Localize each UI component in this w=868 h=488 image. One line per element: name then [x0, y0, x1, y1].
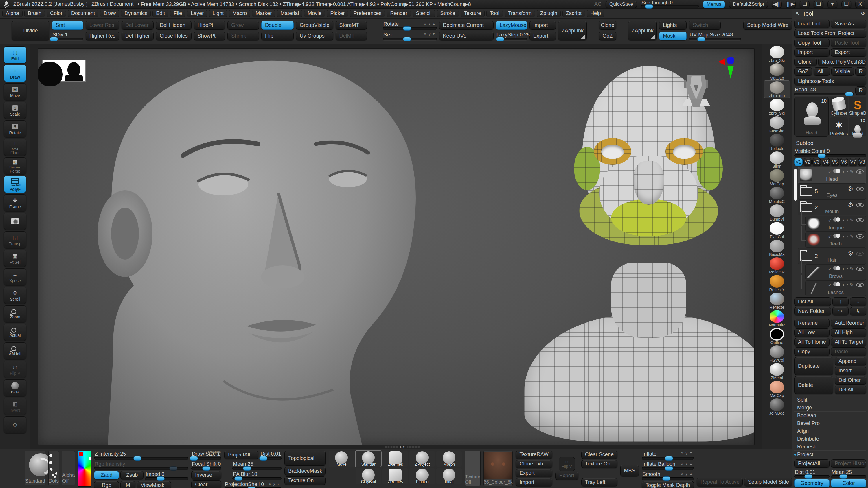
groupvisible-button[interactable]: GroupVisible	[296, 21, 333, 30]
zadd-button[interactable]: Zadd	[94, 471, 119, 479]
menu-item[interactable]: Brush	[24, 10, 45, 18]
subtool-subsection-header[interactable]: Boolean	[794, 412, 866, 419]
material-swatch[interactable]: HSVCol	[764, 345, 790, 362]
menu-item[interactable]: Document	[68, 10, 98, 18]
mask-button[interactable]: Mask	[659, 32, 687, 40]
keep-uvs-button[interactable]: Keep UVs	[439, 32, 494, 40]
clone-tool-button[interactable]: Clone	[794, 58, 817, 66]
z-intensity-slider[interactable]: Z Intensity 25	[94, 451, 188, 460]
mbs-button[interactable]: MBS	[620, 465, 639, 477]
lazystep-slider[interactable]: LazyStep 0.25	[496, 32, 527, 40]
import-texture-button[interactable]: Import	[516, 478, 552, 486]
subtool-row[interactable]: ↙ ◑ ◔ ✎ ⚙ Brows	[805, 264, 866, 280]
visibility-set-tab[interactable]: V6	[840, 158, 848, 166]
close-button[interactable]: X	[855, 1, 865, 8]
rotate-slider[interactable]: x y zRotate	[383, 21, 437, 30]
menu-item[interactable]: Stroke	[437, 10, 459, 18]
sculpt-viewport[interactable]	[38, 48, 754, 445]
left-shelf-button[interactable]: ↔ Xpose	[4, 268, 26, 285]
grow-button[interactable]: Grow	[227, 21, 259, 30]
showpt-button[interactable]: ShowPt	[194, 32, 225, 40]
minimize-button[interactable]: ▼	[828, 1, 837, 8]
project-color-button[interactable]: Color	[831, 479, 866, 487]
material-swatch[interactable]: ReflectR	[764, 257, 790, 274]
visibility-eye-icon[interactable]	[856, 266, 864, 271]
material-swatch[interactable]: MatCap	[764, 168, 790, 186]
menu-item[interactable]: Tool	[486, 10, 503, 18]
rgb-button[interactable]: Rgb	[94, 481, 119, 488]
default-zscript-button[interactable]: DefaultZScript	[729, 1, 768, 8]
left-shelf-button[interactable]: ▨ Dynamic Persp	[4, 157, 26, 174]
subtool-subsection-header[interactable]: Bevel Pro	[794, 419, 866, 427]
move-up-button[interactable]: ↑	[832, 297, 848, 306]
subtool-scrollbar[interactable]	[794, 169, 797, 201]
subtool-row[interactable]: ↙ ◑ ◔ ✎ ⚙ Head	[798, 167, 866, 183]
material-swatch[interactable]: Reflecte	[764, 133, 790, 151]
sdiv-slider[interactable]: SDiv 1	[52, 32, 83, 40]
subtool-section-header[interactable]: Subtool	[794, 139, 866, 147]
topological-button[interactable]: Topological	[284, 451, 326, 466]
visible-count-slider[interactable]: Visible Count 9	[794, 148, 866, 157]
copy-tool-button[interactable]: Copy Tool	[794, 39, 830, 47]
m-button[interactable]: M	[120, 481, 135, 488]
backfacemask-button[interactable]: BackfaceMask	[284, 467, 326, 475]
dist-slider[interactable]: Dist 0.01	[794, 469, 830, 478]
left-shelf-button[interactable]: ↓ x y z Floor	[4, 139, 26, 156]
material-swatch[interactable]: MatCap	[764, 380, 790, 398]
left-shelf-button[interactable]: Actual	[4, 324, 26, 341]
visibility-set-tab[interactable]: V2	[804, 158, 812, 166]
clone-button[interactable]: Clone	[599, 21, 616, 30]
projectall-shelf-button[interactable]: ProjectAll	[224, 451, 258, 459]
menu-item[interactable]: Render	[386, 10, 410, 18]
reference-image-panel[interactable]	[42, 60, 86, 82]
subtool-row[interactable]: 2 ↙ ◑ ◔ ✎ ⚙ Mouth	[798, 199, 866, 216]
higher-res-button[interactable]: Higher Res	[86, 32, 119, 40]
visibility-eye-icon[interactable]	[856, 203, 864, 207]
import-tool-button[interactable]: Import	[794, 48, 830, 57]
subtool-subsection-header[interactable]: Merge	[794, 403, 866, 412]
left-shelf-button[interactable]: ◇	[4, 416, 26, 433]
menu-item[interactable]: Macro	[229, 10, 250, 18]
zsub-button[interactable]: Zsub	[120, 471, 144, 479]
goz-button[interactable]: GoZ	[599, 32, 616, 40]
subtool-subsection-header[interactable]: Project	[794, 450, 866, 458]
subtool-row[interactable]: 2 ↙ ◑ ◔ ✎ ⚙ Hair	[798, 248, 866, 264]
material-swatch[interactable]: MetalicC	[764, 186, 790, 204]
next-doc-button[interactable]: ❏	[814, 1, 824, 8]
load-tool-button[interactable]: Load Tool	[794, 20, 830, 28]
divide-button[interactable]: Divide	[11, 21, 50, 40]
del-other-button[interactable]: Del Other	[835, 376, 866, 385]
left-shelf-button[interactable]: ▢ Edit	[4, 46, 26, 63]
material-swatch[interactable]: zbro_Ski	[764, 98, 790, 116]
clear-scene-button[interactable]: Clear Scene	[581, 451, 617, 459]
autoreorder-button[interactable]: AutoReorder	[831, 319, 866, 327]
recent-tool-thumbnail[interactable]: S SimpleB	[849, 97, 866, 116]
all-low-button[interactable]: All Low	[794, 328, 830, 337]
all-high-button[interactable]: All High	[831, 328, 866, 337]
subtool-subsection-header[interactable]: Remesh	[794, 443, 866, 450]
projection-shell-shelf-slider[interactable]: x y zProjectionShell 0	[224, 481, 281, 488]
left-shelf-button[interactable]: ◧ Invers	[4, 398, 26, 415]
material-swatch[interactable]: zbro_mo	[764, 80, 790, 98]
inflate-slider[interactable]: x y zInflate	[642, 451, 694, 460]
double-button[interactable]: Double	[261, 21, 294, 30]
move-down-button[interactable]: ↓	[850, 297, 866, 306]
brush-shortcut-thumbnail[interactable]: ZRemes	[382, 451, 408, 467]
tool-r-button[interactable]: R	[855, 87, 866, 95]
goz-tool-button[interactable]: GoZ	[794, 67, 812, 76]
imbed-slider[interactable]: Imbed 0	[145, 471, 188, 480]
textureraw-button[interactable]: TextureRAW	[516, 451, 552, 459]
material-swatch[interactable]: MatCap	[764, 63, 790, 80]
menu-item[interactable]: Marker	[252, 10, 275, 18]
repeat-to-active-button[interactable]: Repeat To Active	[697, 478, 743, 486]
brush-shortcut-thumbnail[interactable]: Flatten	[409, 468, 435, 484]
material-swatch[interactable]: Reflecte	[764, 292, 790, 310]
texture-on-2-button[interactable]: Texture On	[581, 460, 617, 468]
visibility-set-tab[interactable]: V5	[831, 158, 839, 166]
prev-doc-button[interactable]: ❏	[800, 1, 810, 8]
material-swatch[interactable]: BasicMa	[764, 239, 790, 257]
decimate-current-button[interactable]: Decimate Current	[439, 21, 494, 30]
visibility-eye-icon[interactable]	[856, 234, 864, 238]
material-swatch[interactable]: ReflectY	[764, 274, 790, 292]
mean-slider[interactable]: Mean 25	[831, 469, 866, 478]
